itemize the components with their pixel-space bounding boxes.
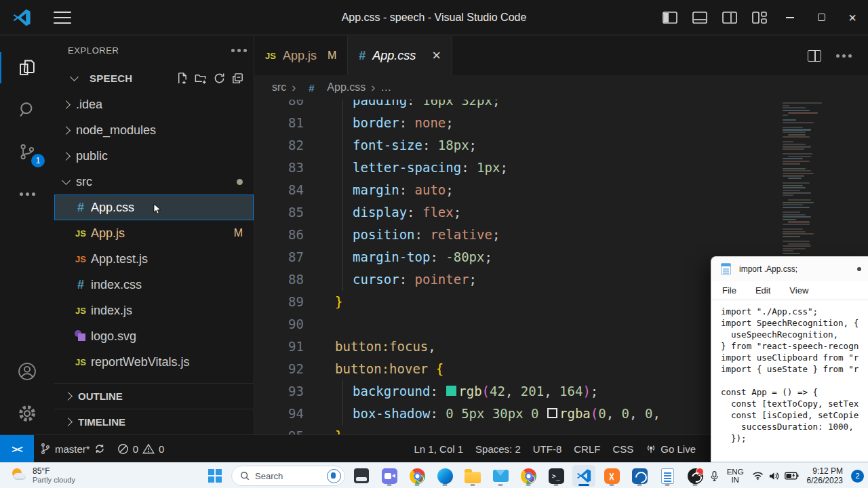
tree-item-reportwebvitals-js[interactable]: JSreportWebVitals.js [54, 349, 254, 375]
notification-badge[interactable]: 2 [851, 470, 864, 483]
chrome-icon [521, 468, 536, 484]
windows-logo-icon [208, 469, 222, 483]
microphone-tray-icon[interactable] [710, 470, 719, 482]
vscode-icon [576, 468, 592, 484]
task-view-button[interactable] [350, 465, 373, 487]
breadcrumb: src › # App.css › … [254, 75, 868, 100]
explorer-more-icon[interactable] [231, 49, 235, 52]
tree-item-index-js[interactable]: JSindex.js [54, 298, 254, 323]
toggle-panel-icon[interactable] [685, 0, 715, 35]
minimize-button[interactable] [774, 0, 806, 35]
unsaved-dot-icon [857, 267, 861, 271]
vscode-app[interactable] [572, 465, 595, 487]
tree-item-app-css[interactable]: #App.css [54, 195, 254, 220]
close-button[interactable]: × [837, 0, 868, 35]
tab-app-css[interactable]: # App.css × [348, 36, 452, 75]
tray-expand-chevron-icon[interactable] [695, 473, 703, 481]
search-icon[interactable] [0, 89, 54, 131]
weather-widget[interactable]: 85°F Partly cloudy [5, 465, 81, 485]
code-line-86: 86position: relative; [254, 223, 868, 245]
split-editor-icon[interactable] [808, 50, 821, 62]
new-file-icon[interactable] [176, 72, 189, 85]
taskbar-search[interactable]: Search [231, 466, 345, 486]
edge-app[interactable] [433, 465, 456, 487]
notepad-menu-edit[interactable]: Edit [755, 285, 770, 296]
account-icon[interactable] [0, 350, 54, 392]
eol-sequence[interactable]: CRLF [568, 435, 606, 462]
start-button[interactable] [203, 465, 226, 487]
tree-item-label: src [76, 175, 92, 189]
indentation[interactable]: Spaces: 2 [469, 435, 527, 462]
wifi-icon[interactable] [752, 471, 764, 481]
source-control-icon[interactable]: 1 [0, 131, 54, 173]
js-file-icon: JS [71, 357, 91, 367]
breadcrumb-symbol[interactable]: … [380, 81, 391, 94]
terminal-app[interactable]: >_ [545, 465, 568, 487]
color-swatch-outline[interactable] [547, 408, 557, 418]
chevron-right-icon [62, 100, 71, 109]
battery-icon[interactable] [785, 472, 799, 480]
go-live-label: Go Live [660, 443, 696, 455]
tab-close-icon[interactable]: × [432, 48, 441, 63]
tree-item-public[interactable]: public [54, 143, 254, 169]
line-number: 92 [254, 361, 304, 376]
workspace-section[interactable]: SPEECH [54, 64, 254, 92]
css-file-icon: # [301, 82, 321, 94]
task-view-icon [354, 468, 369, 483]
cursor-position[interactable]: Ln 1, Col 1 [408, 435, 470, 462]
chat-icon [382, 468, 397, 484]
volume-icon[interactable] [768, 471, 780, 481]
customize-layout-icon[interactable] [745, 0, 774, 35]
tree-item-node-modules[interactable]: node_modules [54, 117, 254, 143]
menu-icon[interactable] [54, 12, 71, 24]
tree-item-index-css[interactable]: #index.css [54, 272, 254, 298]
toggle-secondary-sidebar-icon[interactable] [715, 0, 745, 35]
tree-item-app-test-js[interactable]: JSApp.test.js [54, 246, 254, 272]
xampp-app[interactable]: Ꭓ [600, 465, 623, 487]
remote-indicator[interactable]: >< [0, 435, 34, 462]
new-folder-icon[interactable] [194, 72, 208, 85]
more-views-icon[interactable] [0, 173, 54, 215]
chrome-profile-app[interactable] [517, 465, 540, 487]
tree-item--idea[interactable]: .idea [54, 92, 254, 117]
tree-item-src[interactable]: src [54, 169, 254, 195]
problems-item[interactable]: 0 0 [111, 435, 171, 462]
vscode-logo-icon [12, 7, 32, 28]
gauge-app[interactable] [628, 465, 651, 487]
notepad-menu-view[interactable]: View [789, 285, 808, 296]
notepad-content[interactable]: import "./App.css";import SpeechRecognit… [711, 300, 868, 444]
refresh-icon[interactable] [213, 72, 226, 85]
timeline-section[interactable]: TIMELINE [54, 409, 254, 434]
js-file-icon: JS [71, 306, 91, 316]
explorer-icon[interactable] [0, 47, 54, 89]
file-explorer-app[interactable] [461, 465, 484, 487]
editor-more-actions-icon[interactable] [836, 54, 840, 58]
tab-app-js[interactable]: JS App.js M [254, 36, 348, 75]
outline-section[interactable]: OUTLINE [54, 383, 254, 409]
breadcrumb-file[interactable]: App.css [327, 81, 366, 94]
chevron-down-icon [70, 73, 79, 81]
chrome-app[interactable] [406, 465, 429, 487]
file-tree: .ideanode_modulespublicsrc#App.cssJSApp.… [54, 92, 254, 375]
clock[interactable]: 9:12 PM 6/26/2023 [807, 466, 843, 485]
notepad-title-bar[interactable]: import .App.css; [711, 257, 868, 281]
tree-item-label: logo.svg [91, 329, 136, 344]
color-swatch-green[interactable] [446, 386, 456, 396]
toggle-sidebar-icon[interactable] [655, 0, 685, 35]
notepad-app[interactable] [656, 465, 679, 487]
line-number: 87 [254, 249, 304, 264]
language-indicator[interactable]: ENG IN [727, 468, 744, 484]
tree-item-app-js[interactable]: JSApp.jsM [54, 220, 254, 246]
encoding[interactable]: UTF-8 [527, 435, 568, 462]
tree-item-logo-svg[interactable]: logo.svg [54, 323, 254, 349]
mail-app[interactable] [489, 465, 512, 487]
collapse-folders-icon[interactable] [231, 72, 244, 85]
git-branch-item[interactable]: master* [34, 435, 111, 462]
notepad-menu-file[interactable]: File [722, 285, 736, 296]
chat-app[interactable] [378, 465, 401, 487]
language-mode[interactable]: CSS [606, 435, 639, 462]
go-live-item[interactable]: Go Live [639, 435, 702, 462]
breadcrumb-folder[interactable]: src [272, 81, 286, 94]
settings-gear-icon[interactable] [0, 392, 54, 434]
maximize-button[interactable] [806, 0, 837, 35]
